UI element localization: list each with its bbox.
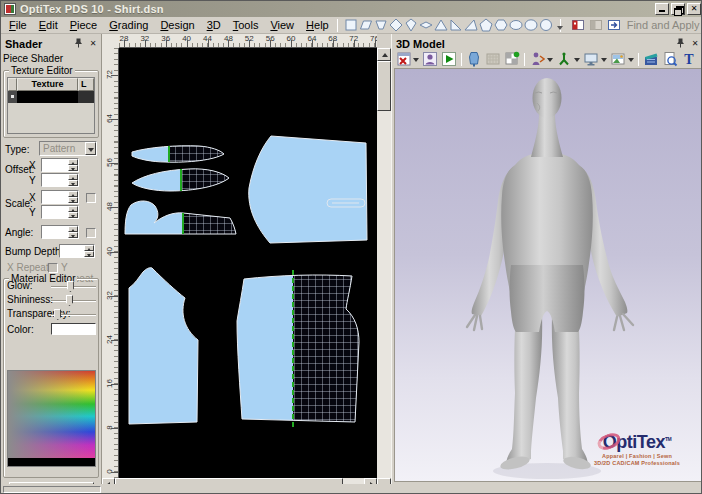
close-icon[interactable]: ✕ [87, 37, 99, 49]
menu-item-file[interactable]: File [3, 17, 33, 33]
transparency-slider[interactable] [51, 314, 96, 316]
offset-x-label: X [29, 160, 36, 171]
scroll-up-icon[interactable] [377, 48, 391, 61]
hue-saturation-gradient[interactable] [8, 371, 95, 458]
glow-slider[interactable] [51, 286, 96, 288]
ellipse-shape-icon[interactable] [509, 18, 524, 33]
restore-button[interactable] [671, 3, 685, 15]
x-repeat-label: X Repeat [7, 262, 49, 273]
chevron-down-icon[interactable] [574, 51, 581, 68]
app-icon [4, 3, 16, 15]
shininess-slider[interactable] [51, 300, 96, 302]
chevron-down-icon[interactable] [85, 142, 96, 155]
close-button[interactable]: ✕ [687, 3, 701, 15]
logo-brand: OptiTexTM [603, 432, 671, 453]
chevron-down-icon[interactable] [601, 51, 608, 68]
close-sim-icon[interactable] [394, 51, 412, 68]
offset-x-spinner[interactable] [41, 158, 79, 172]
render-preview-icon[interactable] [661, 51, 679, 68]
texture-column-header[interactable]: Texture [17, 78, 78, 91]
minimize-button[interactable] [655, 3, 669, 15]
window-title: OptiTex PDS 10 - Shirt.dsn [20, 3, 164, 15]
type-dropdown[interactable]: Pattern [39, 141, 97, 156]
vertical-scrollbar[interactable] [377, 48, 391, 491]
titlebar[interactable]: OptiTex PDS 10 - Shirt.dsn ✕ [1, 1, 702, 17]
chevron-down-icon[interactable] [413, 51, 420, 68]
right-triangle-shape-icon[interactable] [449, 18, 464, 33]
menu-item-3d[interactable]: 3D [201, 17, 227, 33]
diamond-shape-icon[interactable] [389, 18, 404, 33]
gradient-black-strip[interactable] [8, 458, 95, 466]
h-ruler-number: 76 [370, 34, 377, 43]
chevron-down-icon[interactable] [547, 51, 554, 68]
apply-rule-icon[interactable] [569, 17, 587, 33]
menu-item-help[interactable]: Help [300, 17, 335, 33]
shapes-toolbar [344, 17, 554, 33]
toolbar-separator [524, 53, 525, 66]
sleeve-piece[interactable] [249, 136, 367, 243]
color-gradient-picker[interactable] [7, 370, 96, 467]
y-repeat-checkbox[interactable] [48, 263, 58, 273]
circle-shape-icon[interactable] [539, 18, 554, 33]
hexagon-shape-icon[interactable] [494, 18, 509, 33]
collar-piece[interactable] [132, 163, 236, 197]
back-panel-piece[interactable] [237, 268, 363, 430]
apply-rule-disabled-icon[interactable] [587, 17, 605, 33]
shader-panel: Shader ✕ Piece Shader Texture Editor Tex… [1, 34, 102, 484]
scale-y-spinner[interactable] [41, 205, 79, 219]
type-label: Type: [5, 144, 29, 155]
model-pose-icon[interactable] [528, 51, 546, 68]
oval-shape-icon[interactable] [524, 18, 539, 33]
angle-spinner[interactable] [41, 225, 79, 239]
scrollbar-thumb[interactable] [377, 61, 391, 111]
collar-stand-piece[interactable] [132, 138, 229, 170]
close-icon[interactable]: ✕ [689, 37, 701, 49]
annotation-text-icon[interactable]: T [680, 51, 698, 68]
dressform-icon[interactable] [465, 51, 483, 68]
square-shape-icon[interactable] [344, 18, 359, 33]
scale-x-spinner[interactable] [41, 190, 79, 204]
color-swatch[interactable] [51, 323, 96, 335]
device-icon[interactable] [582, 51, 600, 68]
texture-cell[interactable] [17, 91, 78, 103]
fabric-disabled-icon[interactable] [484, 51, 502, 68]
front-panel-piece[interactable] [129, 268, 198, 424]
menu-item-design[interactable]: Design [154, 17, 200, 33]
scale-uniform-checkbox[interactable] [86, 193, 96, 203]
triangle-shape-icon[interactable] [434, 18, 449, 33]
avatar-3d-model[interactable] [447, 73, 647, 482]
layer-column-header[interactable]: L [78, 78, 94, 91]
layer-cell[interactable] [78, 91, 94, 103]
offset-y-spinner[interactable] [41, 173, 79, 187]
texture-row[interactable] [8, 91, 94, 103]
scalene-triangle-shape-icon[interactable] [464, 18, 479, 33]
axis-icon[interactable] [555, 51, 573, 68]
menu-item-piece[interactable]: Piece [64, 17, 104, 33]
menu-item-edit[interactable]: Edit [33, 17, 64, 33]
optitex-logo: OptiTexTM Apparel | Fashion | Sewn 3D/2D… [583, 432, 691, 467]
simulate-play-icon[interactable] [440, 51, 458, 68]
angle-checkbox[interactable] [86, 228, 96, 238]
snapshot-icon[interactable] [609, 51, 627, 68]
pattern-pieces-canvas[interactable] [119, 48, 377, 478]
3d-viewport[interactable]: OptiTexTM Apparel | Fashion | Sewn 3D/2D… [394, 68, 702, 482]
bump-depth-spinner[interactable] [59, 244, 95, 258]
rules-library-icon[interactable] [605, 17, 623, 33]
menu-item-view[interactable]: View [264, 17, 300, 33]
flat-diamond-shape-icon[interactable] [419, 18, 434, 33]
texture-map-icon[interactable] [503, 51, 521, 68]
avatar-photo-icon[interactable] [421, 51, 439, 68]
menu-item-tools[interactable]: Tools [227, 17, 265, 33]
parallelogram-shape-icon[interactable] [359, 18, 374, 33]
animation-icon[interactable] [642, 51, 660, 68]
yoke-piece[interactable] [125, 198, 243, 238]
menu-toolbar-row: FileEditPieceGradingDesign3DToolsViewHel… [1, 17, 702, 34]
chevron-down-icon[interactable] [628, 51, 635, 68]
pin-icon[interactable] [72, 37, 84, 49]
pin-icon[interactable] [674, 37, 686, 49]
trapezoid-shape-icon[interactable] [374, 18, 389, 33]
kite-shape-icon[interactable] [404, 18, 419, 33]
menu-item-grading[interactable]: Grading [103, 17, 154, 33]
pentagon-shape-icon[interactable] [479, 18, 494, 33]
find-rules-combobox[interactable]: Find and Apply Rules by Names... [627, 19, 702, 31]
